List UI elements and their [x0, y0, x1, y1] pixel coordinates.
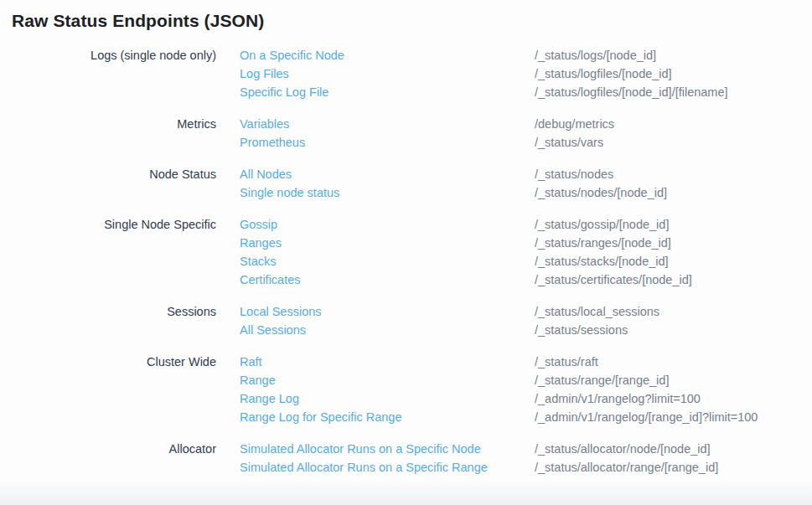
endpoint-path: /_status/ranges/[node_id]	[535, 234, 812, 252]
endpoint-row: Certificates/_status/certificates/[node_…	[240, 271, 812, 289]
endpoint-path: /_status/allocator/range/[range_id]	[535, 458, 812, 477]
category-label: Metrics	[0, 115, 216, 152]
endpoint-link[interactable]: Range	[240, 371, 511, 389]
endpoint-link[interactable]: On a Specific Node	[240, 46, 511, 64]
endpoint-row: Range Log/_admin/v1/rangelog?limit=100	[240, 389, 812, 408]
endpoint-path: /_status/logs/[node_id]	[535, 46, 812, 64]
section-rows: Simulated Allocator Runs on a Specific N…	[240, 440, 812, 477]
endpoint-row: Simulated Allocator Runs on a Specific N…	[240, 440, 812, 458]
endpoint-row: Range Log for Specific Range/_admin/v1/r…	[240, 408, 812, 426]
section-rows: Local Sessions/_status/local_sessionsAll…	[240, 302, 812, 339]
category-label: Cluster Wide	[0, 353, 216, 426]
endpoint-path: /_status/sessions	[535, 321, 812, 339]
endpoints-section: Logs (single node only)On a Specific Nod…	[0, 46, 812, 101]
endpoints-section: Node StatusAll Nodes/_status/nodesSingle…	[0, 165, 812, 202]
endpoints-section: SessionsLocal Sessions/_status/local_ses…	[0, 302, 812, 339]
endpoint-path: /debug/metrics	[535, 115, 812, 133]
endpoint-path: /_admin/v1/rangelog/[range_id]?limit=100	[535, 408, 812, 426]
endpoint-link[interactable]: All Nodes	[240, 165, 511, 183]
endpoint-link[interactable]: Variables	[240, 115, 511, 133]
endpoint-path: /_status/logfiles/[node_id]/[filename]	[535, 83, 812, 101]
endpoint-link[interactable]: Gossip	[240, 215, 511, 234]
endpoint-link[interactable]: Specific Log File	[240, 83, 511, 101]
endpoints-table: Logs (single node only)On a Specific Nod…	[0, 46, 812, 477]
endpoint-row: Stacks/_status/stacks/[node_id]	[240, 252, 812, 271]
endpoint-link[interactable]: All Sessions	[240, 321, 511, 339]
endpoint-row: Single node status/_status/nodes/[node_i…	[240, 183, 812, 202]
endpoint-link[interactable]: Stacks	[240, 252, 511, 271]
endpoint-row: All Nodes/_status/nodes	[240, 165, 812, 183]
endpoint-path: /_status/stacks/[node_id]	[535, 252, 812, 271]
endpoint-link[interactable]: Ranges	[240, 234, 511, 252]
endpoint-link[interactable]: Range Log for Specific Range	[240, 408, 511, 426]
endpoint-row: Ranges/_status/ranges/[node_id]	[240, 234, 812, 252]
endpoint-link[interactable]: Local Sessions	[240, 302, 511, 321]
endpoints-section: Cluster WideRaft/_status/raftRange/_stat…	[0, 353, 812, 426]
endpoint-link[interactable]: Certificates	[240, 271, 511, 289]
category-label: Allocator	[0, 440, 216, 477]
endpoint-path: /_status/local_sessions	[535, 302, 812, 321]
endpoint-row: Raft/_status/raft	[240, 353, 812, 371]
endpoint-row: Gossip/_status/gossip/[node_id]	[240, 215, 812, 234]
endpoint-link[interactable]: Simulated Allocator Runs on a Specific R…	[240, 458, 511, 477]
endpoint-row: Local Sessions/_status/local_sessions	[240, 302, 812, 321]
endpoint-row: Variables/debug/metrics	[240, 115, 812, 133]
endpoint-path: /_status/vars	[535, 133, 812, 152]
endpoint-path: /_status/gossip/[node_id]	[535, 215, 812, 234]
section-rows: On a Specific Node/_status/logs/[node_id…	[240, 46, 812, 101]
endpoint-row: Log Files/_status/logfiles/[node_id]	[240, 64, 812, 83]
endpoint-row: Simulated Allocator Runs on a Specific R…	[240, 458, 812, 477]
endpoints-section: MetricsVariables/debug/metricsPrometheus…	[0, 115, 812, 152]
section-rows: All Nodes/_status/nodesSingle node statu…	[240, 165, 812, 202]
endpoint-link[interactable]: Single node status	[240, 183, 511, 202]
category-label: Single Node Specific	[0, 215, 216, 289]
endpoint-row: On a Specific Node/_status/logs/[node_id…	[240, 46, 812, 64]
endpoint-row: Prometheus/_status/vars	[240, 133, 812, 152]
endpoint-link[interactable]: Prometheus	[240, 133, 511, 152]
endpoints-section: Single Node SpecificGossip/_status/gossi…	[0, 215, 812, 289]
endpoint-row: Range/_status/range/[range_id]	[240, 371, 812, 389]
endpoint-path: /_status/logfiles/[node_id]	[535, 64, 812, 83]
page-title: Raw Status Endpoints (JSON)	[0, 0, 812, 31]
endpoint-path: /_status/range/[range_id]	[535, 371, 812, 389]
endpoint-path: /_status/allocator/node/[node_id]	[535, 440, 812, 458]
endpoint-path: /_status/nodes/[node_id]	[535, 183, 812, 202]
endpoint-link[interactable]: Raft	[240, 353, 511, 371]
endpoint-path: /_admin/v1/rangelog?limit=100	[535, 389, 812, 408]
endpoint-path: /_status/nodes	[535, 165, 812, 183]
bottom-fade	[0, 480, 812, 505]
endpoint-path: /_status/certificates/[node_id]	[535, 271, 812, 289]
section-rows: Variables/debug/metricsPrometheus/_statu…	[240, 115, 812, 152]
endpoint-link[interactable]: Simulated Allocator Runs on a Specific N…	[240, 440, 511, 458]
endpoint-row: Specific Log File/_status/logfiles/[node…	[240, 83, 812, 101]
section-rows: Gossip/_status/gossip/[node_id]Ranges/_s…	[240, 215, 812, 289]
category-label: Sessions	[0, 302, 216, 339]
endpoint-link[interactable]: Log Files	[240, 64, 511, 83]
endpoint-path: /_status/raft	[535, 353, 812, 371]
section-rows: Raft/_status/raftRange/_status/range/[ra…	[240, 353, 812, 426]
endpoint-link[interactable]: Range Log	[240, 389, 511, 408]
endpoints-section: AllocatorSimulated Allocator Runs on a S…	[0, 440, 812, 477]
endpoint-row: All Sessions/_status/sessions	[240, 321, 812, 339]
category-label: Node Status	[0, 165, 216, 202]
category-label: Logs (single node only)	[0, 46, 216, 101]
